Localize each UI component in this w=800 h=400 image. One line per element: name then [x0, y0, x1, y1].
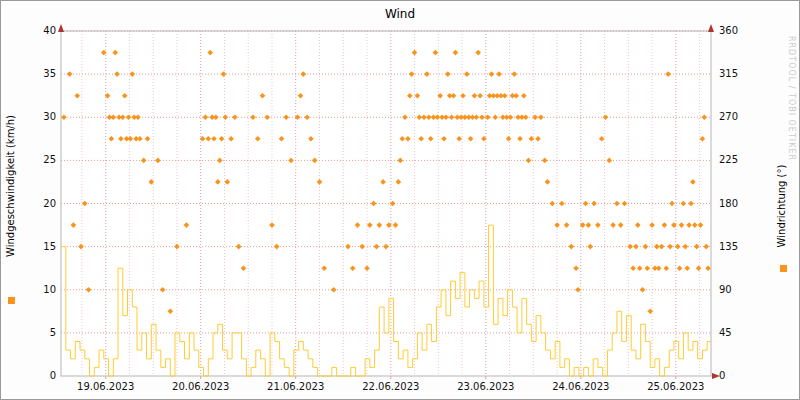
svg-text:270: 270	[719, 111, 738, 122]
svg-text:21.06.2023: 21.06.2023	[267, 381, 324, 392]
svg-text:90: 90	[719, 284, 732, 295]
svg-text:25.06.2023: 25.06.2023	[647, 381, 704, 392]
right-axis-tick-labels: 04590135180225270315360	[719, 25, 738, 381]
svg-text:23.06.2023: 23.06.2023	[457, 381, 514, 392]
svg-text:25: 25	[43, 154, 56, 165]
svg-text:5: 5	[50, 327, 56, 338]
svg-text:19.06.2023: 19.06.2023	[77, 381, 134, 392]
svg-text:180: 180	[719, 198, 738, 209]
svg-text:30: 30	[43, 111, 56, 122]
svg-text:20.06.2023: 20.06.2023	[172, 381, 229, 392]
svg-text:22.06.2023: 22.06.2023	[362, 381, 419, 392]
svg-text:24.06.2023: 24.06.2023	[552, 381, 609, 392]
svg-text:15: 15	[43, 241, 56, 252]
wind-chart: Wind Windgeschwindigkeit (km/h) Windrich…	[0, 0, 800, 400]
svg-text:40: 40	[43, 25, 56, 36]
svg-text:35: 35	[43, 68, 56, 79]
svg-text:20: 20	[43, 198, 56, 209]
svg-text:360: 360	[719, 25, 738, 36]
svg-text:315: 315	[719, 68, 738, 79]
svg-text:135: 135	[719, 241, 738, 252]
plot-area: 0510152025303540045901351802252703153601…	[1, 1, 800, 400]
left-axis-tick-labels: 0510152025303540	[43, 25, 56, 381]
x-axis-tick-labels: 19.06.202320.06.202321.06.202322.06.2023…	[77, 381, 704, 392]
svg-text:225: 225	[719, 154, 738, 165]
svg-text:0: 0	[719, 370, 725, 381]
svg-text:0: 0	[50, 370, 56, 381]
svg-text:45: 45	[719, 327, 732, 338]
svg-text:10: 10	[43, 284, 56, 295]
